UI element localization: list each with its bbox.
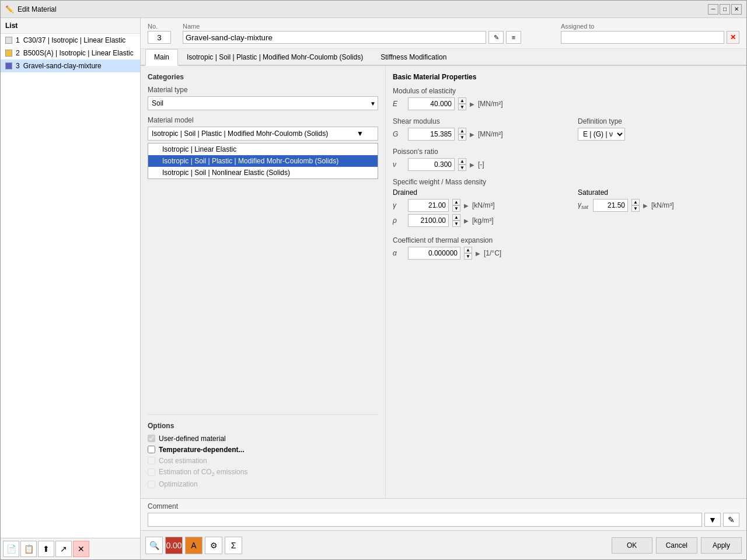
material-model-group: Material model Isotropic | Soil | Plasti… xyxy=(148,116,378,179)
co2-checkbox[interactable] xyxy=(148,468,155,476)
cancel-button[interactable]: Cancel xyxy=(656,537,697,554)
gamma-sat-spin-up[interactable]: ▲ xyxy=(631,199,640,205)
list-item-number: 1 xyxy=(16,36,20,44)
apply-button[interactable]: Apply xyxy=(701,537,742,554)
dropdown-item-linear[interactable]: Isotropic | Linear Elastic xyxy=(148,144,378,155)
saturated-label: Saturated xyxy=(578,188,739,197)
gamma-sat-symbol: γsat xyxy=(578,201,589,210)
copy-button[interactable]: 📋 xyxy=(20,541,37,557)
temperature-checkbox[interactable] xyxy=(148,446,155,453)
dropdown-item-nonlinear[interactable]: Isotropic | Soil | Nonlinear Elastic (So… xyxy=(148,167,378,178)
gamma-input[interactable] xyxy=(408,199,449,212)
rho-arrow[interactable]: ▶ xyxy=(464,218,469,224)
close-button[interactable]: ✕ xyxy=(731,4,742,15)
alpha-arrow[interactable]: ▶ xyxy=(476,250,480,257)
optimization-checkbox[interactable] xyxy=(148,481,155,488)
g-spin-up[interactable]: ▲ xyxy=(458,128,466,134)
export-button[interactable]: ↗ xyxy=(55,541,72,557)
saturated-col: Saturated γsat ▲ ▼ ▶ [kN/m³] xyxy=(578,188,739,229)
shear-deftype-row: Shear modulus G ▲ ▼ ▶ [MN/m²] xyxy=(393,117,739,148)
rho-input[interactable] xyxy=(408,214,449,227)
poisson-title: Poisson's ratio xyxy=(393,148,739,156)
optimization-label: Optimization xyxy=(159,480,198,488)
v-input[interactable] xyxy=(408,158,455,171)
rho-spin-down[interactable]: ▼ xyxy=(452,220,460,227)
material-type-group: Material type Soil ▼ xyxy=(148,86,378,110)
name-book-button[interactable]: ≡ xyxy=(506,31,521,44)
v-spin-down[interactable]: ▼ xyxy=(458,164,466,171)
gamma-sat-spin-down[interactable]: ▼ xyxy=(631,205,640,212)
e-spin-up[interactable]: ▲ xyxy=(458,97,466,104)
tab-main[interactable]: Main xyxy=(145,49,178,66)
delete-button[interactable]: ✕ xyxy=(73,541,89,557)
assigned-input[interactable] xyxy=(561,31,724,44)
e-spin-down[interactable]: ▼ xyxy=(458,104,466,110)
ok-button[interactable]: OK xyxy=(612,537,652,554)
cost-checkbox[interactable] xyxy=(148,457,155,464)
tool-button-5[interactable]: Σ xyxy=(225,537,242,554)
gamma-spin-up[interactable]: ▲ xyxy=(452,199,460,205)
g-unit: [MN/m²] xyxy=(478,130,503,138)
material-type-select-wrapper: Soil ▼ xyxy=(148,96,378,110)
tab-isotropic[interactable]: Isotropic | Soil | Plastic | Modified Mo… xyxy=(178,49,372,66)
comment-expand-button[interactable]: ▼ xyxy=(704,513,721,527)
gamma-spin-down[interactable]: ▼ xyxy=(452,205,460,212)
e-symbol: E xyxy=(393,100,404,108)
list-item-name: C30/37 | Isotropic | Linear Elastic xyxy=(23,36,126,44)
name-input[interactable] xyxy=(183,31,486,44)
gamma-spin: ▲ ▼ xyxy=(452,199,460,212)
categories-options-panel: Categories Material type Soil ▼ xyxy=(141,66,386,498)
rho-spin-up[interactable]: ▲ xyxy=(452,214,460,220)
tool-button-1[interactable]: 🔍 xyxy=(145,537,163,554)
gamma-sat-input[interactable] xyxy=(593,199,628,212)
add-button[interactable]: 📄 xyxy=(3,541,19,557)
dialog-buttons: OK Cancel Apply xyxy=(612,537,742,554)
alpha-spin-up[interactable]: ▲ xyxy=(464,247,472,253)
v-row: ν ▲ ▼ ▶ [-] xyxy=(393,158,739,171)
list-items: 1C30/37 | Isotropic | Linear Elastic2B50… xyxy=(1,34,140,538)
material-type-select[interactable]: Soil xyxy=(148,96,378,110)
list-item[interactable]: 3Gravel-sand-clay-mixture xyxy=(1,60,140,72)
tab-stiffness[interactable]: Stiffness Modification xyxy=(372,49,455,66)
e-arrow[interactable]: ▶ xyxy=(470,101,474,107)
list-item[interactable]: 2B500S(A) | Isotropic | Linear Elastic xyxy=(1,47,140,60)
v-spin: ▲ ▼ xyxy=(458,158,466,171)
comment-input[interactable] xyxy=(148,513,702,527)
deftype-select[interactable]: E | (G) | ν xyxy=(578,128,625,141)
list-item-color xyxy=(5,62,12,69)
g-spin-down[interactable]: ▼ xyxy=(458,134,466,141)
assigned-clear-button[interactable]: ✕ xyxy=(727,31,739,44)
list-item[interactable]: 1C30/37 | Isotropic | Linear Elastic xyxy=(1,34,140,47)
alpha-input[interactable] xyxy=(408,247,460,260)
drained-saturated-row: Drained γ ▲ ▼ ▶ [kN/m³] xyxy=(393,188,739,229)
comment-edit-button[interactable]: ✎ xyxy=(723,513,739,527)
gamma-arrow[interactable]: ▶ xyxy=(464,202,469,209)
no-input[interactable] xyxy=(148,31,171,44)
import-button[interactable]: ⬆ xyxy=(38,541,54,557)
list-item-name: B500S(A) | Isotropic | Linear Elastic xyxy=(23,49,134,57)
v-spin-up[interactable]: ▲ xyxy=(458,158,466,164)
gamma-sat-arrow[interactable]: ▶ xyxy=(643,202,648,209)
v-arrow[interactable]: ▶ xyxy=(470,162,474,168)
alpha-spin-down[interactable]: ▼ xyxy=(464,253,472,260)
g-row: G ▲ ▼ ▶ [MN/m²] xyxy=(393,128,554,141)
edit-material-window: ✏️ Edit Material ─ □ ✕ List 1C30/37 | Is… xyxy=(0,0,747,560)
material-model-dropdown-header[interactable]: Isotropic | Soil | Plastic | Modified Mo… xyxy=(148,127,378,141)
shear-title: Shear modulus xyxy=(393,117,554,125)
gamma-sat-row: γsat ▲ ▼ ▶ [kN/m³] xyxy=(578,199,739,212)
gamma-sat-spin: ▲ ▼ xyxy=(631,199,640,212)
e-input[interactable] xyxy=(408,97,455,110)
g-arrow[interactable]: ▶ xyxy=(470,131,474,138)
name-input-wrap: ✎ ≡ xyxy=(183,31,521,44)
title-bar-left: ✏️ Edit Material xyxy=(5,5,57,13)
g-input[interactable] xyxy=(408,128,455,141)
material-model-dropdown-list: Isotropic | Linear Elastic Isotropic | S… xyxy=(148,143,378,179)
dropdown-item-mohr[interactable]: Isotropic | Soil | Plastic | Modified Mo… xyxy=(148,155,378,167)
tool-button-2[interactable]: 0.00 xyxy=(165,537,183,554)
tool-button-4[interactable]: ⚙ xyxy=(205,537,222,554)
maximize-button[interactable]: □ xyxy=(720,4,730,15)
name-edit-button[interactable]: ✎ xyxy=(488,31,504,44)
minimize-button[interactable]: ─ xyxy=(708,4,718,15)
user-defined-checkbox[interactable] xyxy=(148,435,155,442)
tool-button-3[interactable]: A xyxy=(185,537,203,554)
